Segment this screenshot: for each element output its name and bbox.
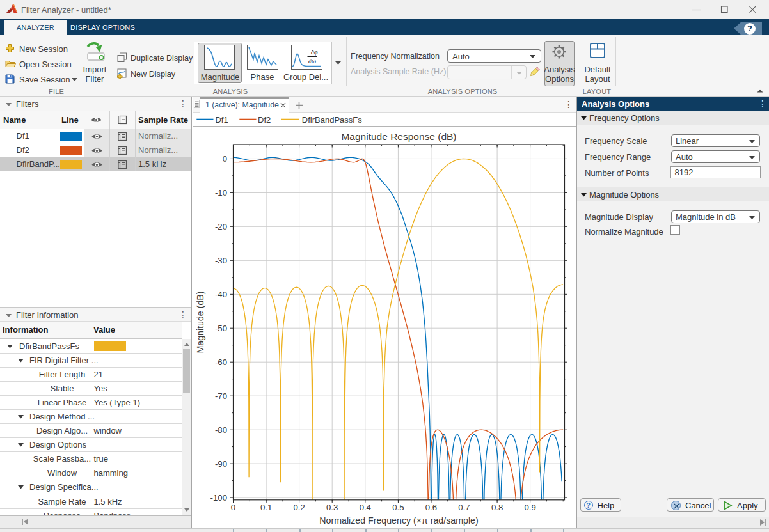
svg-text:0.7: 0.7 [458,502,470,512]
svg-text:−∂φ: −∂φ [306,49,318,56]
svg-text:Magnitude Response (dB): Magnitude Response (dB) [341,130,456,141]
svg-text:-50: -50 [215,323,227,332]
svg-text:∂ω: ∂ω [308,58,315,65]
svg-text:Magnitude (dB): Magnitude (dB) [195,291,205,353]
svg-text:0.6: 0.6 [425,502,437,512]
svg-text:-80: -80 [215,425,227,434]
svg-text:0: 0 [223,154,227,164]
svg-text:-40: -40 [215,289,227,299]
svg-text:0.1: 0.1 [260,502,272,512]
svg-text:-20: -20 [215,221,227,231]
svg-text:0.5: 0.5 [392,502,404,512]
svg-text:0.9: 0.9 [524,502,535,512]
svg-text:0.3: 0.3 [326,502,338,512]
svg-text:-90: -90 [215,458,227,468]
svg-text:0.2: 0.2 [293,502,305,512]
svg-text:0.8: 0.8 [491,502,503,512]
svg-text:-60: -60 [215,357,227,366]
svg-text:0: 0 [231,502,235,512]
svg-text:0.4: 0.4 [360,502,371,512]
svg-text:Normalized Frequency (×π rad/s: Normalized Frequency (×π rad/sample) [319,515,478,526]
svg-text:-100: -100 [210,492,227,502]
svg-text:-30: -30 [215,255,227,265]
svg-text:-10: -10 [215,188,227,198]
svg-text:-70: -70 [215,391,227,400]
